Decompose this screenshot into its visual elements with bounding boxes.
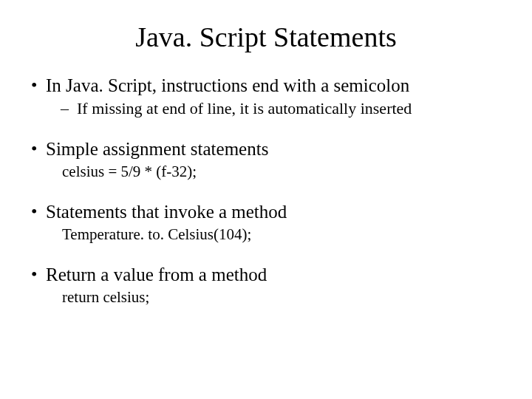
code-example: return celsius; [46,288,510,307]
list-item: Statements that invoke a method Temperat… [28,202,510,244]
bullet-list: In Java. Script, instructions end with a… [22,75,510,307]
sub-text: If missing at end of line, it is automat… [77,99,412,117]
bullet-text: Statements that invoke a method [46,202,287,222]
code-example: celsius = 5/9 * (f-32); [46,163,510,181]
list-item: Simple assignment statements celsius = 5… [28,139,510,181]
list-item: In Java. Script, instructions end with a… [28,75,510,118]
sub-item: If missing at end of line, it is automat… [61,99,510,118]
list-item: Return a value from a method return cels… [28,265,510,307]
sub-list: If missing at end of line, it is automat… [46,99,510,118]
bullet-text: In Java. Script, instructions end with a… [46,75,409,95]
code-example: Temperature. to. Celsius(104); [46,225,510,244]
slide-title: Java. Script Statements [22,21,510,53]
bullet-text: Return a value from a method [46,265,267,284]
bullet-text: Simple assignment statements [46,139,268,159]
